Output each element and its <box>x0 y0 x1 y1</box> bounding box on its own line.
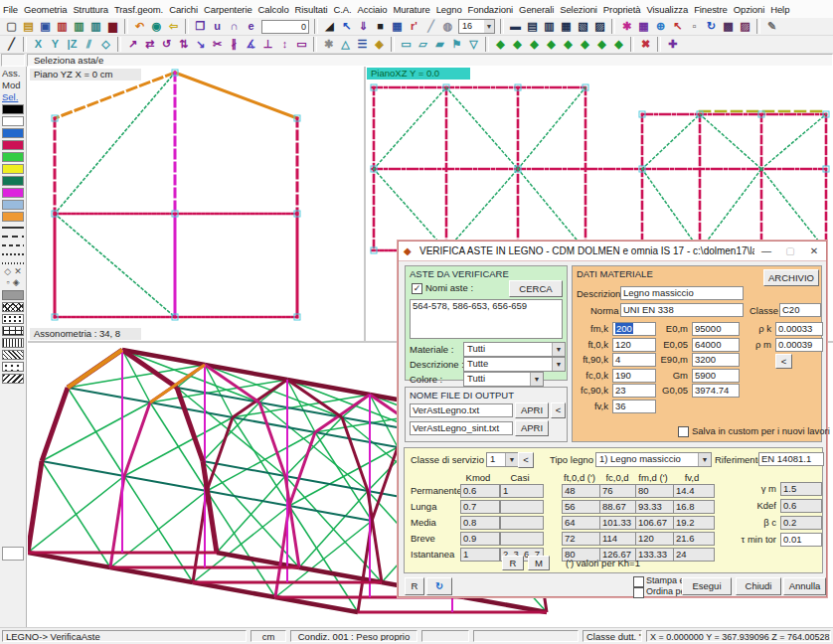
mat-field-k[interactable]: 0.00033 <box>775 322 823 336</box>
stretch-icon[interactable]: ↕ <box>276 37 293 53</box>
verif-cell-2-5[interactable]: 19.2 <box>673 516 715 530</box>
verif-cell-2-2[interactable]: 64 <box>562 516 601 530</box>
verif-cell-1-5[interactable]: 16.8 <box>673 500 715 514</box>
drop-icon[interactable]: ⇓ <box>355 19 372 35</box>
color-swatch-2[interactable] <box>2 128 24 138</box>
annulla-button[interactable]: Annulla <box>783 577 826 595</box>
colore-select[interactable]: Tutti▼ <box>463 372 544 387</box>
mat-field-fc90k[interactable]: 23 <box>612 384 656 398</box>
u-tool-icon[interactable]: u <box>209 19 226 35</box>
numeric-input[interactable]: 0 <box>261 20 309 34</box>
linestyle-solid[interactable] <box>2 224 24 231</box>
previous-zoom-icon[interactable]: ⇦ <box>165 19 182 35</box>
gen-travatura-icon[interactable]: ◆ <box>560 37 577 53</box>
e-tool-icon[interactable]: e <box>243 19 259 35</box>
settings-icon[interactable]: ✱ <box>320 37 337 53</box>
riferimento-field[interactable]: EN 14081.1 <box>758 452 824 466</box>
extend-asta-icon[interactable]: ↘ <box>192 37 209 53</box>
layout-4-icon[interactable]: ▦ <box>558 19 575 35</box>
sphere-icon[interactable]: ◍ <box>439 19 456 35</box>
rotate-asta-icon[interactable]: ↺ <box>158 37 175 53</box>
redraw-icon[interactable]: ◉ <box>148 19 165 35</box>
color-swatch-4[interactable] <box>2 152 24 162</box>
layout-1-icon[interactable]: ▬ <box>507 19 524 35</box>
slope-icon[interactable]: ╱ <box>422 19 439 35</box>
flag-icon[interactable]: ⚑ <box>448 37 465 53</box>
mat-field-fmk[interactable]: 200 <box>612 322 656 336</box>
gen-arco-icon[interactable]: ◆ <box>577 37 593 53</box>
verif-cell-3-1[interactable] <box>500 532 544 546</box>
menu-fondazioni[interactable]: Fondazioni <box>465 4 516 15</box>
menu-carichi[interactable]: Carichi <box>166 4 201 15</box>
zoom-extents-icon[interactable]: ▫ <box>686 19 703 35</box>
color-swatch-1[interactable] <box>2 116 24 126</box>
output-file1-field[interactable]: VerAstLegno.txt <box>410 403 513 417</box>
mat-field-E90m[interactable]: 3200 <box>692 353 740 367</box>
aste-list-textarea[interactable]: 564-578, 586-653, 656-659 <box>410 299 563 339</box>
verif-cell-0-5[interactable]: 14.4 <box>673 484 715 498</box>
color-swatch-9[interactable] <box>2 212 24 222</box>
menu-visualizza[interactable]: Visualizza <box>644 4 692 15</box>
snap-node-icon[interactable]: ◇ <box>4 266 11 277</box>
menu-selezioni[interactable]: Selezioni <box>557 4 600 15</box>
chiudi-button[interactable]: Chiudi <box>736 577 781 595</box>
materiale-back-button[interactable]: < <box>775 354 792 369</box>
menu-opzioni[interactable]: Opzioni <box>731 4 768 15</box>
refresh-icon[interactable]: ↻ <box>426 577 452 595</box>
mirror-asta-icon[interactable]: ⇅ <box>175 37 192 53</box>
descrizione-select[interactable]: Tutte▼ <box>463 357 566 372</box>
mat-field-fc0k[interactable]: 190 <box>612 369 656 383</box>
undo-icon[interactable]: ↶ <box>131 19 148 35</box>
linestyle-dash-sm[interactable] <box>2 250 24 257</box>
coeff-field-0[interactable]: 1.5 <box>780 482 822 496</box>
trim-asta-icon[interactable]: ✂ <box>209 37 226 53</box>
check-ordina-per-sezione[interactable] <box>633 587 644 598</box>
verif-cell-3-3[interactable]: 114 <box>599 532 639 546</box>
r-footer-button[interactable]: R <box>405 577 424 595</box>
layout-3-icon[interactable]: ▥ <box>541 19 558 35</box>
verif-cell-4-4[interactable]: 133.33 <box>635 548 675 562</box>
output-file2-field[interactable]: VerAstLegno_sint.txt <box>410 421 513 435</box>
mode-button-sel[interactable]: Sel. <box>0 90 26 102</box>
gen-copertura-icon[interactable]: ◆ <box>593 37 610 53</box>
mode-button-mod[interactable]: Mod <box>0 79 26 90</box>
materiale-select[interactable]: Tutti▼ <box>463 342 566 357</box>
esegui-button[interactable]: Esegui <box>682 577 732 595</box>
sidebar-bottom-box[interactable] <box>2 547 24 561</box>
menu-help[interactable]: Help <box>767 4 792 15</box>
menu-calcolo[interactable]: Calcolo <box>255 4 292 15</box>
rotate-view-icon[interactable]: ↻ <box>703 19 720 35</box>
pattern-swatch-hatch-diamond[interactable] <box>2 302 24 312</box>
angle-icon[interactable]: ∡ <box>243 37 259 53</box>
color-swatch-5[interactable] <box>2 164 24 174</box>
annotate-icon[interactable]: ✎ <box>763 19 780 35</box>
verif-cell-2-0[interactable]: 0.8 <box>460 516 500 530</box>
minimize-icon[interactable]: — <box>754 242 778 260</box>
menu-generali[interactable]: Generali <box>516 4 557 15</box>
maximize-icon[interactable]: ▢ <box>778 242 802 260</box>
pattern-swatch-hatch-zigzag[interactable] <box>2 374 24 384</box>
move-node-icon[interactable]: ↗ <box>124 37 141 53</box>
polyline-icon[interactable]: △ <box>337 37 354 53</box>
mat-field-G005[interactable]: 3974.74 <box>692 384 740 398</box>
menu-risultati[interactable]: Risultati <box>292 4 331 15</box>
window-copy-icon[interactable]: ❒ <box>192 19 209 35</box>
menu-legno[interactable]: Legno <box>433 4 465 15</box>
gen-griglia-icon[interactable]: ◆ <box>610 37 627 53</box>
menu-murature[interactable]: Murature <box>390 4 432 15</box>
open-folder-icon[interactable]: ▤ <box>20 19 37 35</box>
axis-y-icon[interactable]: Y <box>47 37 64 53</box>
lock-icon[interactable]: ◈ <box>371 37 388 53</box>
dialog-title-bar[interactable]: ◆ VERIFICA ASTE IN LEGNO - CDM DOLMEN e … <box>399 242 826 261</box>
verif-cell-0-4[interactable]: 80 <box>635 484 675 498</box>
verif-cell-1-4[interactable]: 93.33 <box>635 500 675 514</box>
linestyle-dot[interactable] <box>2 259 24 266</box>
gen-falda-icon[interactable]: ◆ <box>509 37 526 53</box>
menu-geometria[interactable]: Geometria <box>21 4 70 15</box>
shading-icon[interactable]: ▩ <box>720 19 737 35</box>
verif-cell-3-2[interactable]: 72 <box>562 532 601 546</box>
verif-cell-4-0[interactable]: 1 <box>460 548 500 562</box>
solid-view-icon[interactable]: ■ <box>372 19 389 35</box>
output-back-button[interactable]: < <box>551 402 566 418</box>
layout-2-icon[interactable]: ▤ <box>524 19 541 35</box>
